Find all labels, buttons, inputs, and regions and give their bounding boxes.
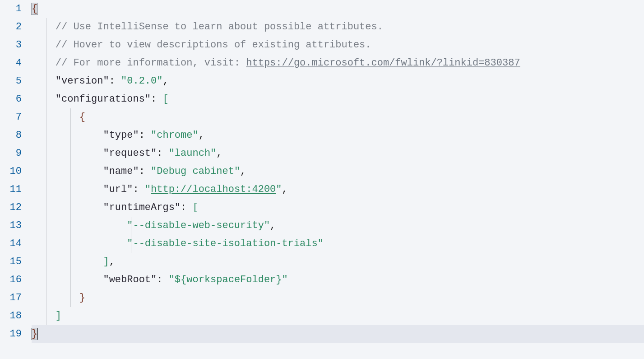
line-number: 2 <box>0 18 22 36</box>
code-line[interactable]: "--disable-site-isolation-trials" <box>32 235 644 253</box>
punctuation: : <box>181 202 192 213</box>
punctuation: : <box>133 184 144 195</box>
indent-guide <box>46 36 46 54</box>
comment-text: // Use IntelliSense to learn about possi… <box>56 21 383 33</box>
indent-guide <box>70 271 71 289</box>
indent-whitespace <box>32 36 56 54</box>
bracket: ] <box>56 310 61 322</box>
line-number: 3 <box>0 36 22 54</box>
code-line[interactable]: "webRoot": "${workspaceFolder}" <box>32 271 644 289</box>
indent-guide <box>46 289 46 307</box>
indent-whitespace <box>32 289 79 307</box>
punctuation: , <box>109 256 115 267</box>
text-cursor <box>37 328 38 340</box>
indent-guide <box>46 253 46 271</box>
indent-guide <box>46 235 46 253</box>
code-line[interactable]: "name": "Debug cabinet", <box>32 163 644 181</box>
indent-whitespace <box>32 54 56 72</box>
line-number: 4 <box>0 54 22 72</box>
indent-guide <box>95 126 95 145</box>
indent-whitespace <box>32 126 103 145</box>
brace: { <box>79 112 85 123</box>
json-string: "chrome" <box>151 130 199 141</box>
punctuation: : <box>151 93 162 105</box>
bracket: ] <box>103 256 109 267</box>
line-number: 16 <box>0 271 22 289</box>
comment-text: // For more information, visit: <box>56 57 246 69</box>
indent-guide <box>95 181 95 199</box>
punctuation: , <box>270 220 276 231</box>
indent-guide <box>46 108 46 126</box>
indent-guide <box>70 217 71 235</box>
indent-guide <box>95 253 95 271</box>
json-key: "configurations" <box>56 93 151 105</box>
indent-guide <box>70 145 71 163</box>
punctuation: : <box>157 274 168 285</box>
punctuation: , <box>240 166 246 177</box>
line-number: 14 <box>0 235 22 253</box>
comment-link: https://go.microsoft.com/fwlink/?linkid=… <box>246 57 520 69</box>
json-key: "name" <box>103 166 139 177</box>
code-line[interactable]: { <box>32 108 644 126</box>
code-line[interactable]: ], <box>32 253 644 271</box>
indent-whitespace <box>32 108 79 126</box>
code-line[interactable]: ] <box>32 307 644 325</box>
indent-guide <box>46 126 46 145</box>
indent-guide <box>70 126 71 145</box>
punctuation: , <box>199 130 204 141</box>
code-line[interactable]: } <box>32 289 644 307</box>
indent-guide <box>70 199 71 217</box>
bracket: [ <box>192 202 198 213</box>
indent-guide <box>70 181 71 199</box>
json-key: "runtimeArgs" <box>103 202 181 213</box>
punctuation: : <box>139 130 151 141</box>
code-line[interactable]: "configurations": [ <box>32 90 644 108</box>
code-editor[interactable]: 12345678910111213141516171819 { // Use I… <box>0 0 644 359</box>
code-line[interactable]: // For more information, visit: https://… <box>32 54 644 72</box>
code-content[interactable]: { // Use IntelliSense to learn about pos… <box>32 0 644 359</box>
indent-guide <box>70 235 71 253</box>
indent-guide <box>95 145 95 163</box>
indent-whitespace <box>32 307 56 325</box>
indent-guide <box>95 163 95 181</box>
indent-whitespace <box>32 72 56 90</box>
indent-guide <box>95 199 95 217</box>
json-key: "version" <box>56 75 109 87</box>
code-line[interactable]: "type": "chrome", <box>32 126 644 145</box>
code-line[interactable]: "runtimeArgs": [ <box>32 199 644 217</box>
json-string: "0.2.0" <box>121 75 162 87</box>
punctuation: , <box>162 75 168 87</box>
indent-guide <box>46 217 46 235</box>
indent-whitespace <box>32 145 103 163</box>
code-line[interactable]: "url": "http://localhost:4200", <box>32 181 644 199</box>
json-string: " <box>145 184 151 195</box>
indent-whitespace <box>32 181 103 199</box>
code-line[interactable]: "request": "launch", <box>32 145 644 163</box>
code-line[interactable]: // Hover to view descriptions of existin… <box>32 36 644 54</box>
indent-guide <box>70 289 71 307</box>
line-number: 5 <box>0 72 22 90</box>
indent-guide <box>70 108 71 126</box>
line-number: 15 <box>0 253 22 271</box>
indent-guide <box>95 235 95 253</box>
indent-guide <box>95 217 95 235</box>
json-key: "url" <box>103 184 133 195</box>
json-string: "${workspaceFolder}" <box>169 274 288 285</box>
indent-guide <box>131 235 131 253</box>
code-line[interactable]: "--disable-web-security", <box>32 217 644 235</box>
line-number: 9 <box>0 145 22 163</box>
indent-guide <box>46 181 46 199</box>
indent-guide <box>131 217 131 235</box>
bracket: [ <box>162 93 168 105</box>
indent-whitespace <box>32 199 103 217</box>
string-link: http://localhost:4200 <box>151 184 276 195</box>
code-line[interactable]: { <box>32 0 644 18</box>
indent-guide <box>46 163 46 181</box>
code-line[interactable]: "version": "0.2.0", <box>32 72 644 90</box>
code-line[interactable]: } <box>32 325 644 343</box>
indent-guide <box>46 271 46 289</box>
indent-whitespace <box>32 163 103 181</box>
punctuation: , <box>216 148 222 159</box>
code-line[interactable]: // Use IntelliSense to learn about possi… <box>32 18 644 36</box>
brace: { <box>32 3 37 14</box>
